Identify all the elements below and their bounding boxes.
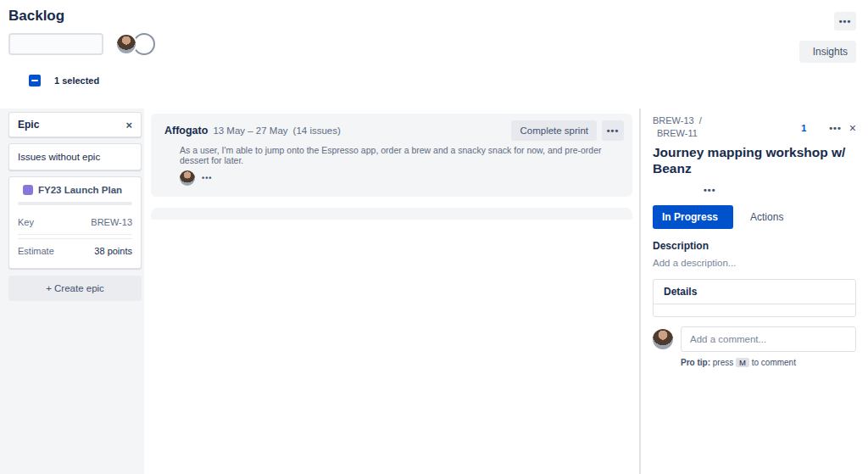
- epic-card-title-row[interactable]: FY23 Launch Plan: [18, 185, 132, 195]
- watch-button[interactable]: 1: [798, 123, 806, 133]
- status-dropdown-button[interactable]: In Progress: [653, 205, 733, 229]
- header-more-button[interactable]: •••: [834, 12, 856, 31]
- backlog-section-partial[interactable]: [151, 208, 632, 220]
- detail-toolbar-more-button[interactable]: •••: [704, 185, 716, 195]
- sprint-avatar[interactable]: [180, 170, 195, 186]
- detail-actions: 1 ••• ×: [798, 115, 856, 138]
- select-all-checkbox[interactable]: [29, 75, 41, 86]
- details-card: Details: [653, 279, 856, 317]
- header-actions: •••: [804, 12, 856, 31]
- detail-parent-key[interactable]: BREW-13 /: [653, 115, 702, 125]
- close-icon[interactable]: ×: [849, 121, 856, 135]
- detail-breadcrumb: BREW-13 / BREW-11: [653, 115, 702, 138]
- epic-name: FY23 Launch Plan: [38, 185, 122, 195]
- share-icon[interactable]: [804, 12, 826, 31]
- keyboard-key-m: M: [736, 358, 749, 367]
- watch-count: 1: [801, 123, 806, 133]
- epic-estimate-row: Estimate 38 points: [18, 238, 132, 259]
- detail-more-button[interactable]: •••: [829, 123, 842, 133]
- sprint-dates: 13 May – 27 May: [213, 125, 287, 136]
- comment-row: Add a comment...: [653, 326, 856, 352]
- insights-button[interactable]: Insights: [799, 41, 856, 63]
- details-card-header[interactable]: Details: [654, 280, 855, 304]
- epic-panel-header: Epic ×: [8, 112, 142, 137]
- toolbar: [8, 32, 854, 56]
- page-title: Backlog: [8, 8, 854, 25]
- sprint-people: •••: [159, 165, 624, 192]
- sprint-header-right: Complete sprint •••: [506, 120, 624, 141]
- toolbar-avatars: [115, 33, 182, 55]
- epic-sidebar: Epic × Issues without epic FY23 Launch P…: [0, 109, 144, 474]
- detail-issue-key[interactable]: BREW-11: [657, 128, 698, 138]
- detail-title: Journey mapping workshop w/ Beanz: [653, 145, 856, 176]
- details-fields: [654, 304, 855, 316]
- add-people-icon[interactable]: [162, 34, 182, 54]
- detail-toolbar: •••: [653, 185, 856, 195]
- selection-count: 1 selected: [54, 75, 99, 86]
- content: Epic × Issues without epic FY23 Launch P…: [0, 109, 868, 474]
- comment-protip: Pro tip: press M to comment: [681, 358, 856, 367]
- sprint-card: Affogato 13 May – 27 May (14 issues) Com…: [151, 114, 632, 197]
- comment-avatar: [653, 329, 673, 349]
- sprint-more-button[interactable]: •••: [602, 120, 624, 141]
- board-area: Affogato 13 May – 27 May (14 issues) Com…: [144, 109, 639, 474]
- description-placeholder[interactable]: Add a description...: [653, 258, 856, 268]
- sprint-goal: As a user, I'm able to jump onto the Esp…: [159, 141, 624, 165]
- avatar-user-photo[interactable]: [115, 33, 137, 55]
- epic-panel-title: Epic: [18, 119, 39, 131]
- issues-without-epic-item[interactable]: Issues without epic: [8, 143, 142, 170]
- issue-detail-panel: BREW-13 / BREW-11 1 ••• ×: [639, 109, 868, 474]
- epic-icon: [23, 185, 33, 195]
- complete-sprint-button[interactable]: Complete sprint: [511, 120, 597, 141]
- description-label: Description: [653, 240, 856, 252]
- epic-key-row: Key BREW-13: [18, 214, 132, 235]
- page-header: ••• Backlog Insights 1 selected: [0, 0, 868, 88]
- sprint-name: Affogato: [164, 125, 208, 137]
- comment-input[interactable]: Add a comment...: [681, 326, 856, 352]
- sprint-people-more-button[interactable]: •••: [202, 174, 212, 182]
- sprint-issue-count: (14 issues): [293, 125, 341, 136]
- selection-bar: 1 selected: [29, 73, 854, 88]
- insights-label: Insights: [813, 46, 848, 58]
- search-input[interactable]: [8, 33, 103, 55]
- actions-dropdown[interactable]: Actions: [745, 211, 788, 223]
- create-epic-button[interactable]: + Create epic: [8, 276, 142, 301]
- epic-card: FY23 Launch Plan Key BREW-13 Estimate 38…: [8, 176, 142, 269]
- jira-backlog-app: ••• Backlog Insights 1 selected: [0, 0, 868, 474]
- sprint-header: Affogato 13 May – 27 May (14 issues) Com…: [151, 114, 632, 194]
- close-icon[interactable]: ×: [125, 119, 132, 131]
- epic-progress-bar: [18, 202, 132, 205]
